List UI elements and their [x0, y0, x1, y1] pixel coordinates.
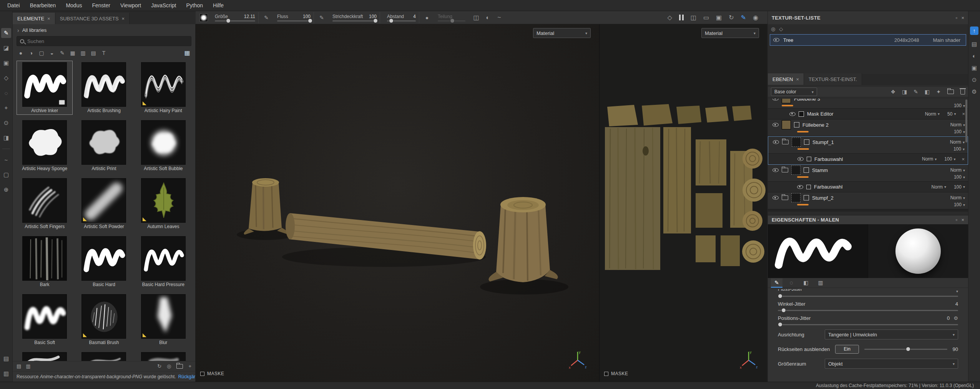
- brush-thumbnail[interactable]: [81, 120, 126, 165]
- group-folder-icon[interactable]: [782, 168, 788, 172]
- position-jitter-value[interactable]: 0: [947, 315, 950, 321]
- opacity-bar[interactable]: [782, 105, 793, 106]
- backface-toggle-button[interactable]: Ein: [835, 345, 859, 354]
- open-folder-icon[interactable]: [176, 364, 183, 369]
- blend-mode-dropdown[interactable]: Norm: [950, 167, 965, 173]
- opacity-bar[interactable]: [797, 176, 809, 178]
- opacity-value[interactable]: 100: [954, 184, 965, 190]
- brush-thumbnail[interactable]: [22, 294, 67, 339]
- menu-datei[interactable]: Datei: [2, 0, 25, 11]
- layer-row-stumpf-2[interactable]: Stumpf_2 Norm 100: [768, 192, 968, 209]
- add-group-folder-icon[interactable]: [947, 89, 954, 94]
- menu-modus[interactable]: Modus: [61, 0, 87, 11]
- filter-smart-materials-icon[interactable]: ◑: [28, 50, 35, 56]
- effect-row-farbauswahl[interactable]: Farbauswahl Norm 100 ×: [768, 154, 968, 164]
- blend-mode-dropdown[interactable]: Norm: [922, 156, 937, 162]
- mask-checkbox-icon[interactable]: [604, 372, 608, 376]
- visibility-eye-icon[interactable]: [772, 99, 779, 101]
- material-picker-icon[interactable]: ⊙: [1, 118, 11, 128]
- menu-python[interactable]: Python: [181, 0, 208, 11]
- group-folder-icon[interactable]: [782, 195, 788, 200]
- close-icon[interactable]: ×: [962, 111, 965, 117]
- brush-thumbnail[interactable]: [141, 120, 186, 165]
- undock-icon[interactable]: ▫: [956, 15, 958, 20]
- 3d-scene[interactable]: [196, 24, 600, 382]
- mask-square-icon[interactable]: [794, 122, 799, 127]
- brush-item[interactable]: Autumn Leaves: [135, 177, 191, 231]
- filter-alphas-icon[interactable]: ▦: [69, 50, 76, 56]
- brush-thumbnail[interactable]: [81, 352, 126, 361]
- position-jitter-slider[interactable]: [778, 324, 958, 325]
- shader-settings-icon[interactable]: ◐: [972, 53, 976, 59]
- falloff-icon[interactable]: ◐: [484, 15, 492, 21]
- stencil-tab-icon[interactable]: ◧: [800, 278, 812, 288]
- mask-square-icon[interactable]: [804, 195, 809, 200]
- history-icon[interactable]: ⊙: [972, 77, 977, 83]
- brush-thumbnail[interactable]: [141, 294, 186, 339]
- camera-icon[interactable]: ▣: [716, 15, 722, 21]
- brush-item[interactable]: [135, 351, 191, 361]
- pen-pressure-icon[interactable]: ✎: [262, 15, 270, 20]
- axis-gizmo[interactable]: y x z: [739, 349, 759, 369]
- angle-jitter-slider[interactable]: [778, 310, 958, 311]
- smudge-tool-icon[interactable]: ◌: [1, 88, 11, 98]
- brush-thumbnail[interactable]: [22, 120, 67, 165]
- brush-thumbnail[interactable]: [81, 178, 126, 223]
- mask-toggle[interactable]: MASKE: [200, 371, 224, 376]
- share-export-icon[interactable]: ↑: [970, 26, 978, 35]
- eraser-tool-icon[interactable]: ◪: [1, 43, 11, 53]
- visibility-eye-icon[interactable]: [772, 196, 779, 200]
- brush-thumbnail[interactable]: [22, 352, 67, 361]
- pen-pressure-icon[interactable]: ✎: [318, 15, 326, 20]
- opacity-bar[interactable]: [797, 148, 809, 150]
- brush-settings-tab-icon[interactable]: ✎: [771, 278, 782, 288]
- brush-item[interactable]: Basmati Brush: [76, 293, 132, 347]
- brush-item[interactable]: Archive Inker: [17, 61, 73, 115]
- viewport-2d[interactable]: Material MASKE y x z: [600, 24, 767, 382]
- alpha-tab-icon[interactable]: ◌: [786, 278, 797, 288]
- tab-textur-set-einst[interactable]: TEXTUR-SET-EINST.: [804, 73, 862, 85]
- filter-materials-icon[interactable]: ●: [17, 50, 24, 56]
- add-mask-icon[interactable]: ◨: [902, 89, 907, 94]
- stroke-opacity-slider[interactable]: [332, 20, 377, 22]
- filter-textures-icon[interactable]: ▥: [80, 50, 86, 56]
- brush-tip-icon[interactable]: [199, 13, 208, 22]
- layer-thumbnail[interactable]: [782, 99, 791, 103]
- camera-settings-icon[interactable]: ▣: [972, 65, 977, 71]
- menu-hilfe[interactable]: Hilfe: [208, 0, 229, 11]
- layer-row-stamm[interactable]: Stamm Norm 100: [768, 165, 968, 182]
- library-selector[interactable]: › All libraries: [13, 24, 195, 35]
- visibility-eye-icon[interactable]: [772, 168, 779, 172]
- brush-thumbnail[interactable]: [81, 236, 126, 281]
- opacity-value[interactable]: 100: [944, 156, 955, 162]
- undock-icon[interactable]: ▫: [956, 217, 958, 222]
- brush-thumbnail[interactable]: [141, 62, 186, 107]
- opacity-value[interactable]: 100: [953, 146, 965, 152]
- dock-toggle-right-icon[interactable]: ▥: [1, 369, 11, 379]
- add-effect-icon[interactable]: ❖: [891, 89, 896, 94]
- quick-mask-icon[interactable]: ◨: [1, 133, 11, 143]
- add-smart-material-icon[interactable]: ✦: [936, 89, 941, 94]
- visibility-eye-icon[interactable]: [797, 185, 803, 189]
- brush-item[interactable]: Artistic Soft Bubble: [135, 119, 191, 173]
- polygon-fill-tool-icon[interactable]: ◇: [1, 73, 11, 83]
- brush-item[interactable]: Basic Soft: [17, 293, 73, 347]
- add-paint-layer-icon[interactable]: ✎: [914, 89, 918, 94]
- opacity-value[interactable]: 50: [947, 111, 956, 117]
- menu-javascript[interactable]: JavaScript: [146, 0, 181, 11]
- close-icon[interactable]: ×: [796, 76, 799, 82]
- refresh-icon[interactable]: ↻: [157, 364, 161, 369]
- layer-row-clipped[interactable]: Füllebene 3 100: [768, 99, 968, 109]
- filter-fonts-icon[interactable]: T: [100, 50, 107, 56]
- symmetry-icon[interactable]: ◫: [472, 15, 480, 21]
- backface-angle-value[interactable]: 90: [953, 346, 958, 352]
- import-resources-icon[interactable]: ◎: [167, 364, 171, 369]
- effect-row-farbauswahl[interactable]: Farbauswahl Norm 100: [768, 182, 968, 192]
- brush-thumbnail[interactable]: [22, 62, 67, 107]
- layer-thumbnail[interactable]: [782, 120, 791, 129]
- split-view-icon[interactable]: ◫: [691, 15, 696, 21]
- filter-environments-icon[interactable]: ▤: [90, 50, 97, 56]
- filter-filters-icon[interactable]: ◒: [48, 50, 55, 56]
- close-icon[interactable]: ×: [961, 217, 964, 222]
- layer-row-stumpf-1[interactable]: Stumpf_1 Norm 100: [768, 137, 968, 154]
